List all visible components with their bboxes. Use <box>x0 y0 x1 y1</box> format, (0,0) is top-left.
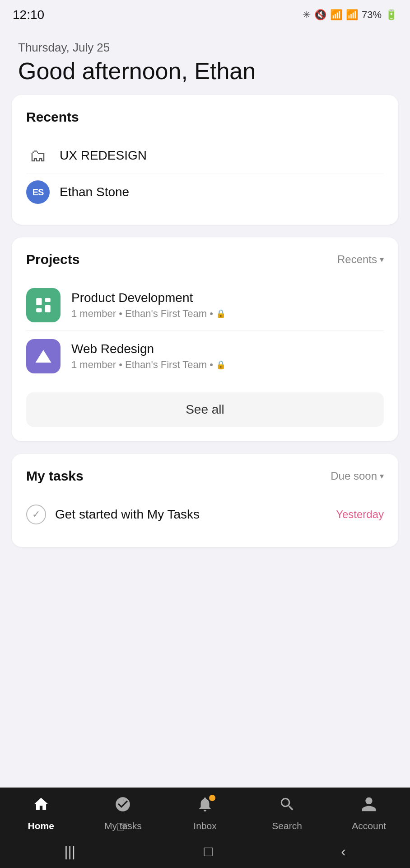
projects-title: Projects <box>26 252 79 267</box>
svg-marker-4 <box>36 350 51 363</box>
greeting-section: Thursday, July 25 Good afternoon, Ethan <box>0 27 410 95</box>
nav-item-inbox[interactable]: Inbox <box>178 796 232 831</box>
mute-icon: 🔇 <box>314 9 326 21</box>
project-item-web-redesign[interactable]: Web Redesign 1 member • Ethan's First Te… <box>26 330 384 382</box>
task-checkbox-get-started[interactable]: ✓ <box>26 505 46 524</box>
svg-rect-3 <box>36 308 42 312</box>
recents-header: Recents <box>26 109 384 125</box>
recents-card: Recents 🗂 UX REDESIGN ES Ethan Stone <box>12 95 398 225</box>
checkmark-icon: ✓ <box>32 509 40 520</box>
greeting-title: Good afternoon, Ethan <box>18 58 392 84</box>
battery-level: 73% <box>362 9 382 21</box>
status-time: 12:10 <box>13 8 44 22</box>
project-meta-product-development: 1 member • Ethan's First Team • 🔒 <box>71 308 384 320</box>
recent-item-ethan-stone[interactable]: ES Ethan Stone <box>26 174 384 210</box>
svg-rect-1 <box>45 298 51 302</box>
status-icons: ✳ 🔇 📶 📶 73% 🔋 <box>303 9 397 21</box>
projects-filter[interactable]: Recents ▾ <box>337 253 384 266</box>
project-icon-web-redesign <box>26 339 61 373</box>
nav-item-search[interactable]: Search <box>260 796 314 831</box>
house-icon <box>33 796 50 817</box>
recent-item-ux-redesign[interactable]: 🗂 UX REDESIGN <box>26 137 384 174</box>
signal-icon: 📶 <box>346 9 358 21</box>
status-bar: 12:10 ✳ 🔇 📶 📶 73% 🔋 <box>0 0 410 27</box>
greeting-date: Thursday, July 25 <box>18 41 392 55</box>
project-meta-web-redesign: 1 member • Ethan's First Team • 🔒 <box>71 359 384 371</box>
bell-icon <box>196 796 214 817</box>
project-name-product-development: Product Development <box>71 291 384 305</box>
wifi-icon: 📶 <box>330 9 342 21</box>
project-info-product-development: Product Development 1 member • Ethan's F… <box>71 291 384 320</box>
recents-title: Recents <box>26 109 79 125</box>
person-icon <box>360 796 377 817</box>
nav-item-account[interactable]: Account <box>342 796 396 831</box>
battery-icon: 🔋 <box>385 9 397 21</box>
nav-item-home[interactable]: Home <box>14 796 68 831</box>
tasks-filter[interactable]: Due soon ▾ <box>331 470 384 482</box>
folder-icon-wrap: 🗂 <box>26 144 50 167</box>
task-label-get-started: Get started with My Tasks <box>55 507 200 522</box>
project-item-product-development[interactable]: Product Development 1 member • Ethan's F… <box>26 280 384 330</box>
nav-item-my-tasks[interactable]: My tasks ☞ <box>96 796 150 831</box>
projects-card: Projects Recents ▾ Product Development 1… <box>12 237 398 441</box>
svg-rect-0 <box>36 298 42 305</box>
android-home-btn[interactable]: □ <box>204 843 212 860</box>
nav-label-search: Search <box>272 821 302 831</box>
see-all-button[interactable]: See all <box>26 392 384 427</box>
search-icon <box>279 796 296 817</box>
avatar-ethan-stone: ES <box>26 180 50 204</box>
task-item-get-started[interactable]: ✓ Get started with My Tasks Yesterday <box>26 496 384 533</box>
lock-icon: 🔒 <box>216 309 226 319</box>
project-icon-product-development <box>26 288 61 322</box>
recent-label-ux-redesign: UX REDESIGN <box>60 148 147 163</box>
bluetooth-icon: ✳ <box>303 9 311 21</box>
svg-rect-2 <box>45 305 51 312</box>
projects-header: Projects Recents ▾ <box>26 252 384 267</box>
chevron-down-icon: ▾ <box>380 255 384 264</box>
triangle-icon <box>34 347 53 366</box>
nav-label-account: Account <box>352 821 386 831</box>
android-back-btn[interactable]: ‹ <box>341 843 346 860</box>
my-tasks-title: My tasks <box>26 468 84 484</box>
recent-label-ethan-stone: Ethan Stone <box>60 185 129 199</box>
chevron-down-tasks-icon: ▾ <box>380 471 384 481</box>
nav-label-inbox: Inbox <box>193 821 216 831</box>
my-tasks-card: My tasks Due soon ▾ ✓ Get started with M… <box>12 454 398 547</box>
folder-icon: 🗂 <box>29 146 47 165</box>
lock-icon-web: 🔒 <box>216 360 226 370</box>
board-icon <box>34 296 53 315</box>
nav-label-home: Home <box>28 821 54 831</box>
cursor-hand-icon: ☞ <box>116 817 130 836</box>
android-nav-bar: ||| □ ‹ <box>0 837 410 868</box>
main-content: Thursday, July 25 Good afternoon, Ethan … <box>0 27 410 868</box>
task-due-get-started: Yesterday <box>336 508 384 521</box>
bottom-nav: Home My tasks ☞ Inbox <box>0 788 410 868</box>
check-circle-icon <box>114 796 131 817</box>
notification-dot-inbox <box>209 795 215 801</box>
android-recents-btn[interactable]: ||| <box>64 843 75 860</box>
nav-tabs: Home My tasks ☞ Inbox <box>0 788 410 837</box>
project-info-web-redesign: Web Redesign 1 member • Ethan's First Te… <box>71 342 384 371</box>
project-name-web-redesign: Web Redesign <box>71 342 384 356</box>
my-tasks-header: My tasks Due soon ▾ <box>26 468 384 484</box>
